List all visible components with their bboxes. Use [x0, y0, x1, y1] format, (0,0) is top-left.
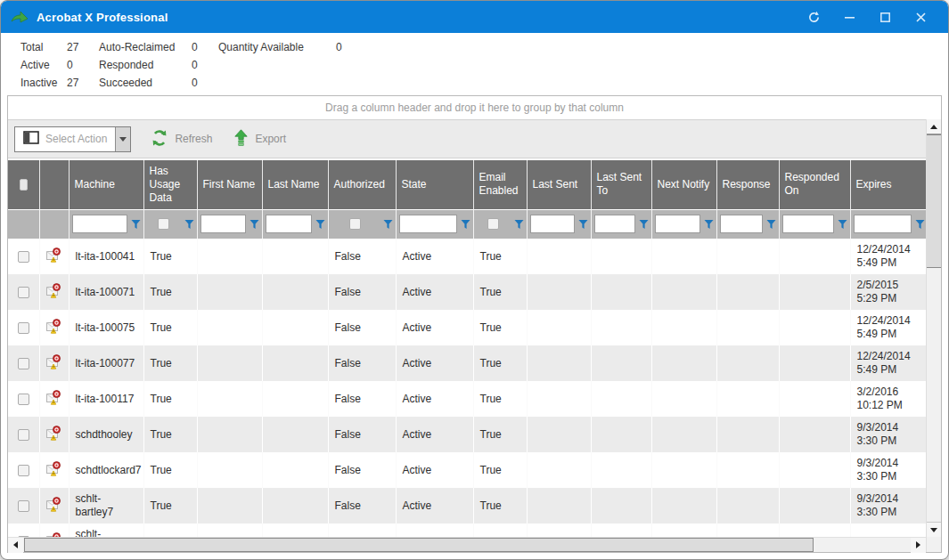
- cell-lastName: [262, 488, 328, 523]
- row-checkbox[interactable]: [18, 465, 29, 476]
- filter-funnel-icon[interactable]: [383, 219, 393, 230]
- column-header-expires[interactable]: Expires: [850, 160, 926, 209]
- cell-response: [716, 523, 779, 537]
- column-header-lastName[interactable]: Last Name: [262, 160, 328, 209]
- column-header-respondedOn[interactable]: Responded On: [779, 160, 850, 209]
- cell-lastName: [262, 239, 328, 274]
- filter-funnel-icon[interactable]: [578, 219, 588, 230]
- table-row[interactable]: lt-ita-100041TrueFalseActiveTrue12/24/20…: [8, 239, 926, 274]
- filter-input-firstName[interactable]: [200, 215, 246, 233]
- cell-expires: 12/24/20145:49 PM: [850, 310, 926, 345]
- cell-value: lt-ita-100117: [76, 393, 135, 405]
- filter-checkbox-emailEnabled[interactable]: [487, 218, 499, 230]
- filter-funnel-icon[interactable]: [704, 219, 714, 230]
- stat-label: Inactive: [20, 77, 67, 90]
- column-header-hasUsageData[interactable]: Has Usage Data: [143, 160, 197, 209]
- filter-funnel-icon[interactable]: [250, 219, 259, 230]
- select-action-dropdown[interactable]: Select Action: [14, 126, 131, 152]
- vertical-scroll-thumb[interactable]: [927, 134, 941, 268]
- filter-input-lastName[interactable]: [266, 215, 312, 233]
- filter-input-nextNotify[interactable]: [655, 215, 700, 233]
- scroll-right-icon[interactable]: [911, 538, 926, 553]
- filter-funnel-icon[interactable]: [131, 219, 141, 230]
- filter-checkbox-hasUsageData[interactable]: [158, 218, 169, 230]
- filter-funnel-icon[interactable]: [766, 219, 776, 230]
- column-header-icon[interactable]: [39, 160, 69, 209]
- scroll-up-icon[interactable]: [927, 119, 941, 134]
- export-icon: [233, 129, 249, 149]
- filter-funnel-icon[interactable]: [639, 219, 649, 230]
- row-select-cell: [8, 381, 39, 417]
- table-row[interactable]: schdtlockard7TrueFalseActiveTrue9/3/2014…: [8, 452, 926, 488]
- column-header-lastSentTo[interactable]: Last Sent To: [591, 160, 651, 209]
- group-by-drop-zone[interactable]: Drag a column header and drop it here to…: [8, 96, 941, 119]
- table-row[interactable]: lt-ita-100117TrueFalseActiveTrue3/2/2016…: [8, 381, 926, 417]
- column-header-nextNotify[interactable]: Next Notify: [651, 160, 716, 209]
- filter-funnel-icon[interactable]: [514, 219, 524, 230]
- dropdown-arrow-icon[interactable]: [115, 127, 130, 151]
- sync-icon[interactable]: [796, 1, 831, 33]
- stats-panel: Total27Auto-Reclaimed0Quantity Available…: [1, 33, 948, 95]
- table-row[interactable]: lt-ita-100071TrueFalseActiveTrue2/5/2015…: [8, 274, 926, 310]
- row-select-cell: [8, 310, 39, 345]
- row-checkbox[interactable]: [18, 322, 29, 334]
- row-checkbox[interactable]: [18, 358, 29, 369]
- maximize-icon[interactable]: [867, 1, 903, 33]
- horizontal-scroll-track[interactable]: [23, 538, 911, 553]
- table-viewport: MachineHas Usage DataFirst NameLast Name…: [8, 160, 926, 537]
- row-icon-cell: [39, 417, 69, 452]
- filter-input-machine[interactable]: [72, 215, 127, 233]
- export-button[interactable]: Export: [233, 129, 286, 149]
- horizontal-scroll-thumb[interactable]: [24, 538, 814, 552]
- cell-hasUsageData: True: [143, 417, 197, 452]
- column-header-machine[interactable]: Machine: [69, 160, 143, 209]
- filter-funnel-icon[interactable]: [184, 219, 194, 230]
- filter-funnel-icon[interactable]: [838, 219, 847, 230]
- filter-input-expires[interactable]: [854, 215, 912, 233]
- table-row[interactable]: schlt-crowel7TrueFalseActiveTrue10/27/20…: [8, 523, 926, 537]
- scroll-down-icon[interactable]: [927, 522, 941, 537]
- filter-funnel-icon[interactable]: [461, 219, 470, 230]
- row-checkbox[interactable]: [18, 394, 29, 405]
- filter-checkbox-authorized[interactable]: [349, 218, 361, 230]
- column-header-firstName[interactable]: First Name: [197, 160, 262, 209]
- row-checkbox[interactable]: [18, 287, 29, 298]
- expires-time: 3:30 PM: [857, 470, 921, 483]
- cell-response: [716, 417, 779, 452]
- scroll-left-icon[interactable]: [8, 538, 23, 553]
- filter-funnel-icon[interactable]: [915, 219, 925, 230]
- vertical-scrollbar[interactable]: [926, 119, 941, 552]
- table-row[interactable]: schlt-bartley7TrueFalseActiveTrue9/3/201…: [8, 488, 926, 523]
- minimize-icon[interactable]: [831, 1, 867, 33]
- row-checkbox[interactable]: [18, 500, 29, 512]
- filter-cell-machine: [69, 209, 143, 239]
- column-header-response[interactable]: Response: [716, 160, 779, 209]
- filter-input-lastSent[interactable]: [530, 215, 575, 233]
- column-header-emailEnabled[interactable]: Email Enabled: [473, 160, 527, 209]
- cell-emailEnabled: True: [473, 452, 527, 488]
- cell-hasUsageData: True: [143, 523, 197, 537]
- row-checkbox[interactable]: [18, 251, 29, 263]
- filter-input-respondedOn[interactable]: [782, 215, 834, 233]
- table-row[interactable]: schdthooleyTrueFalseActiveTrue9/3/20143:…: [8, 417, 926, 452]
- stat-value: 27: [67, 41, 99, 54]
- table-row[interactable]: lt-ita-100077TrueFalseActiveTrue12/24/20…: [8, 345, 926, 381]
- horizontal-scrollbar[interactable]: [8, 537, 926, 552]
- filter-input-response[interactable]: [720, 215, 763, 233]
- select-all-checkbox[interactable]: [20, 179, 28, 191]
- table-row[interactable]: lt-ita-100075TrueFalseActiveTrue12/24/20…: [8, 310, 926, 345]
- filter-input-state[interactable]: [399, 215, 457, 233]
- refresh-button[interactable]: Refresh: [151, 129, 212, 150]
- column-header-authorized[interactable]: Authorized: [328, 160, 396, 209]
- row-checkbox[interactable]: [18, 429, 29, 441]
- select-all-header[interactable]: [8, 160, 39, 209]
- cell-value: Active: [403, 499, 432, 512]
- close-icon[interactable]: [903, 1, 938, 33]
- column-header-state[interactable]: State: [396, 160, 473, 209]
- column-header-lastSent[interactable]: Last Sent: [527, 160, 591, 209]
- filter-funnel-icon[interactable]: [315, 219, 325, 230]
- cell-response: [716, 239, 779, 274]
- filter-input-lastSentTo[interactable]: [594, 215, 635, 233]
- vertical-scroll-track[interactable]: [927, 268, 941, 522]
- cell-lastSentTo: [591, 452, 651, 488]
